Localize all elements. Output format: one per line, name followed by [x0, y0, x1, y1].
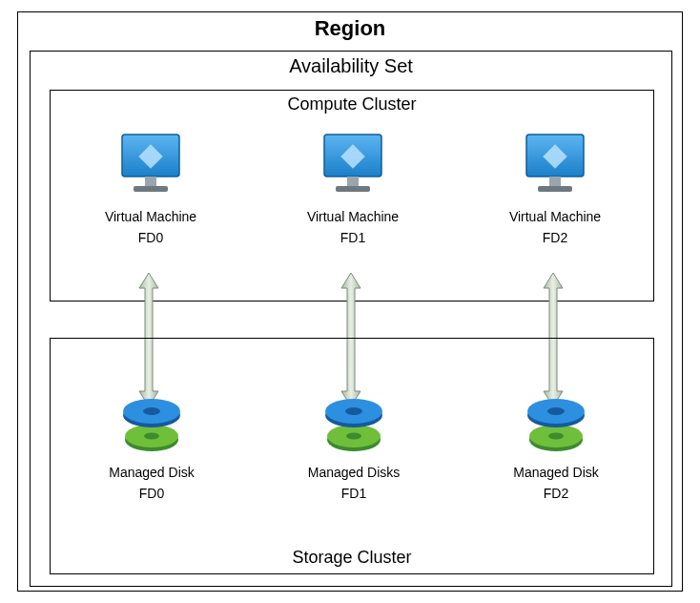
- disk-node-fd0: Managed Disk FD0: [85, 396, 218, 502]
- svg-point-32: [547, 407, 565, 415]
- managed-disk-icon: [113, 396, 190, 461]
- vm-name-label: Virtual Machine: [89, 209, 213, 226]
- vm-node-fd0: Virtual Machine FD0: [89, 129, 213, 246]
- storage-cluster-title: Storage Cluster: [51, 548, 653, 568]
- disk-fd-label: FD0: [85, 486, 218, 503]
- svg-point-20: [143, 407, 160, 415]
- vm-icon: [113, 129, 189, 205]
- disk-fd-label: FD2: [489, 486, 623, 503]
- region-container: Region Availability Set Compute Cluster: [17, 11, 683, 592]
- disk-name-label: Managed Disk: [85, 465, 218, 482]
- svg-rect-10: [549, 177, 561, 186]
- availability-set-container: Availability Set Compute Cluster Virtual…: [30, 51, 672, 587]
- compute-cluster-container: Compute Cluster Virtual Machine FD0: [50, 90, 654, 302]
- region-title: Region: [18, 16, 682, 41]
- disk-node-fd2: Managed Disk FD2: [489, 396, 623, 502]
- disk-name-label: Managed Disk: [489, 465, 623, 482]
- svg-point-29: [548, 433, 564, 440]
- storage-cluster-container: Managed Disk FD0 Managed Disks FD1: [50, 338, 654, 574]
- vm-icon: [315, 129, 391, 205]
- compute-cluster-title: Compute Cluster: [51, 94, 653, 114]
- disk-fd-label: FD1: [287, 486, 421, 503]
- svg-rect-11: [538, 186, 572, 192]
- vm-node-fd2: Virtual Machine FD2: [493, 129, 617, 246]
- svg-rect-2: [145, 177, 156, 186]
- svg-point-26: [345, 407, 362, 415]
- svg-rect-3: [134, 186, 168, 192]
- vm-fd-label: FD2: [493, 230, 617, 247]
- svg-point-17: [144, 433, 159, 440]
- vm-fd-label: FD0: [89, 230, 213, 247]
- vm-node-fd1: Virtual Machine FD1: [291, 129, 415, 246]
- vm-name-label: Virtual Machine: [493, 209, 617, 226]
- vm-icon: [517, 129, 593, 205]
- svg-point-23: [346, 433, 361, 440]
- vm-fd-label: FD1: [291, 230, 415, 247]
- svg-rect-6: [347, 177, 359, 186]
- managed-disk-icon: [518, 396, 594, 461]
- svg-rect-7: [336, 186, 370, 192]
- vm-name-label: Virtual Machine: [291, 209, 415, 226]
- managed-disk-icon: [316, 396, 392, 461]
- availability-set-title: Availability Set: [31, 55, 671, 77]
- disk-node-fd1: Managed Disks FD1: [287, 396, 421, 502]
- disk-name-label: Managed Disks: [287, 465, 421, 482]
